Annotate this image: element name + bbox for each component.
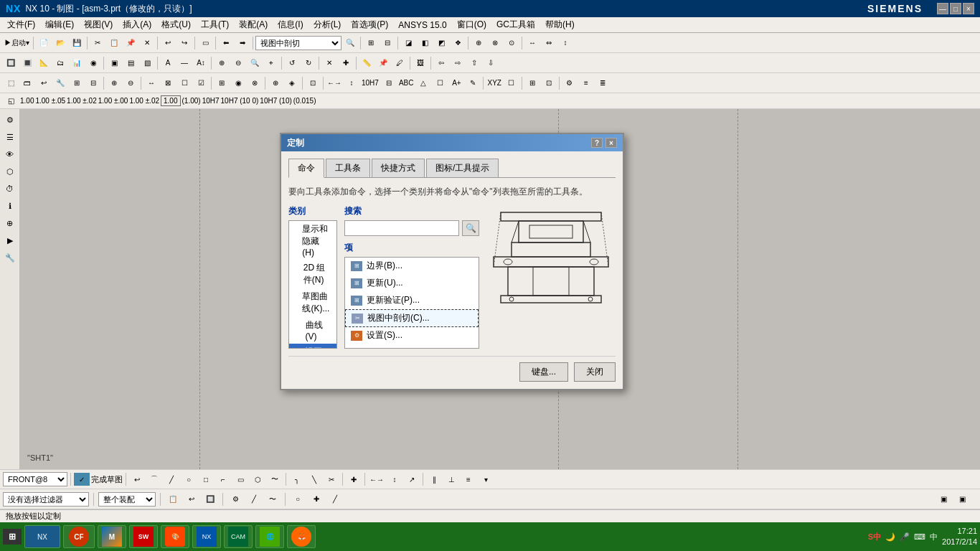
t3-btn2[interactable]: 🗃 [19,75,35,91]
undo-btn[interactable]: ↩ [160,35,176,51]
text-btn3[interactable]: A↕ [193,55,209,71]
assembly-combo[interactable]: 整个装配 [98,492,156,507]
t2-nav3[interactable]: ⇧ [466,55,482,71]
t3-dim1[interactable]: ←→ [326,75,343,91]
t2-btn7[interactable]: ▣ [106,55,122,71]
tb-extra7[interactable]: ⊙ [504,35,519,51]
t2-extra1[interactable]: 📏 [359,55,374,71]
close-button[interactable]: × [963,3,974,14]
trim-btn[interactable]: ✂ [324,471,339,487]
t2-btn3[interactable]: 📐 [36,55,52,71]
t2-nav1[interactable]: ⇦ [433,55,449,71]
t2-extra3[interactable]: 🖊 [392,55,407,71]
more-btn[interactable]: ▾ [478,471,494,487]
tb-extra1[interactable]: ◪ [400,35,416,51]
cross1[interactable]: ✚ [346,471,362,487]
t2-btn6[interactable]: ◉ [85,55,101,71]
view-btn1[interactable]: ⊞ [363,35,379,51]
menu-preferences[interactable]: 首选项(P) [347,17,392,32]
item-validate[interactable]: ⊞ 更新验证(P)... [345,292,479,309]
t3-btn21[interactable]: △ [415,75,431,91]
cat-item-view[interactable]: 视图(W) [289,344,336,348]
menu-window[interactable]: 窗口(O) [453,17,491,32]
search-icon[interactable]: 🔍 [342,35,358,51]
t2-zoom2[interactable]: ⊖ [230,55,246,71]
taskbar-app-sw2[interactable]: 🌐 [255,525,284,548]
filter-btn1[interactable]: 📋 [165,491,181,507]
menu-help[interactable]: 帮助(H) [541,17,579,32]
item-update[interactable]: ⊞ 更新(U)... [345,275,479,292]
taskbar-app-solidworks[interactable]: SW [129,525,158,548]
t2-nav2[interactable]: ⇨ [450,55,466,71]
taskbar-app-ph[interactable]: 🎨 [161,525,189,548]
menu-analysis[interactable]: 分析(L) [309,17,346,32]
toolbar-btn1[interactable]: ▭ [197,35,213,51]
t3-btn22[interactable]: ☐ [432,75,448,91]
t3-xyz[interactable]: XYZ [486,75,502,91]
t3-extra3[interactable]: ⚙ [562,75,578,91]
t3-btn24[interactable]: ✎ [465,75,481,91]
tb-extra8[interactable]: ↔ [524,35,540,51]
menu-format[interactable]: 格式(U) [157,17,195,32]
fillet-btn[interactable]: ╮ [289,471,305,487]
tb-extra6[interactable]: ⊗ [487,35,503,51]
t2-img1[interactable]: 🖼 [413,55,428,71]
t3-btn6[interactable]: ⊟ [85,75,101,91]
spline-btn[interactable]: 〜 [267,471,283,487]
t3-btn15[interactable]: ⊗ [247,75,263,91]
t3-btn3[interactable]: ↩ [36,75,52,91]
t2-btn5[interactable]: 📊 [69,55,85,71]
search-button[interactable]: 🔍 [462,220,479,236]
t2-btn8[interactable]: ▤ [123,55,138,71]
sidebar-history[interactable]: ⏱ [2,181,18,197]
tab-icon[interactable]: 图标/工具提示 [426,159,499,177]
undo-sk[interactable]: ↩ [129,471,145,487]
item-view-edit[interactable]: ✎ 视图相关编辑(E)... [345,344,479,348]
rect-btn[interactable]: □ [198,471,214,487]
t2-rot2[interactable]: ↻ [301,55,316,71]
sidebar-settings[interactable]: ⚙ [2,112,18,128]
t2-btn9[interactable]: ▧ [139,55,155,71]
filter-btn5[interactable]: ╱ [246,491,262,507]
menu-info[interactable]: 信息(I) [273,17,307,32]
menu-ansys[interactable]: ANSYS 15.0 [394,19,451,32]
t2-btn4[interactable]: 🗂 [52,55,68,71]
restore-button[interactable]: □ [950,3,961,14]
rect2-btn[interactable]: ▭ [232,471,248,487]
t3-btn4[interactable]: 🔧 [52,75,68,91]
sidebar-extra[interactable]: 🔧 [2,250,18,265]
sidebar-process[interactable]: ▶ [2,232,18,248]
taskbar-app-cf[interactable]: CF [63,525,95,548]
finish-sketch-icon[interactable]: ✓ [74,473,90,486]
cat-item-2d[interactable]: 2D 组件(N) [289,260,336,288]
tab-command[interactable]: 命令 [288,159,324,178]
text-btn2[interactable]: — [176,55,192,71]
menu-assembly[interactable]: 装配(A) [235,17,272,32]
dialog-close-button[interactable]: × [606,138,617,148]
filter-btn8[interactable]: ✚ [308,491,324,507]
keyboard-button[interactable]: 键盘... [519,362,568,382]
item-boundary[interactable]: ⊞ 边界(B)... [345,258,479,275]
tb-extra5[interactable]: ⊕ [471,35,486,51]
cat-item-sketch[interactable]: 草图曲线(K)... [289,288,336,317]
t3-btn17[interactable]: ◈ [284,75,300,91]
t2-cross[interactable]: ✚ [338,55,354,71]
t2-btn2[interactable]: 🔳 [19,55,35,71]
t3-dim2[interactable]: ↕ [344,75,359,91]
filter-btn7[interactable]: ○ [290,491,306,507]
finish-sketch-label[interactable]: 完成草图 [91,474,123,485]
menu-tools[interactable]: 工具(T) [197,17,233,32]
menu-file[interactable]: 文件(F) [3,17,39,32]
t3-btn18[interactable]: ⊡ [305,75,321,91]
t3-btn20[interactable]: ABC [397,75,415,91]
corner-btn[interactable]: ⌐ [215,471,231,487]
tab-toolbar[interactable]: 工具条 [326,159,370,177]
t3-extra4[interactable]: ≡ [578,75,594,91]
filter-btn2[interactable]: ↩ [184,491,199,507]
menu-edit[interactable]: 编辑(E) [41,17,78,32]
t2-rot1[interactable]: ↺ [284,55,300,71]
constraint2[interactable]: ⊥ [443,471,459,487]
taskbar-app-nx2[interactable]: NX [192,525,221,548]
filter-btn4[interactable]: ⚙ [227,491,243,507]
t2-btn1[interactable]: 🔲 [3,55,19,71]
